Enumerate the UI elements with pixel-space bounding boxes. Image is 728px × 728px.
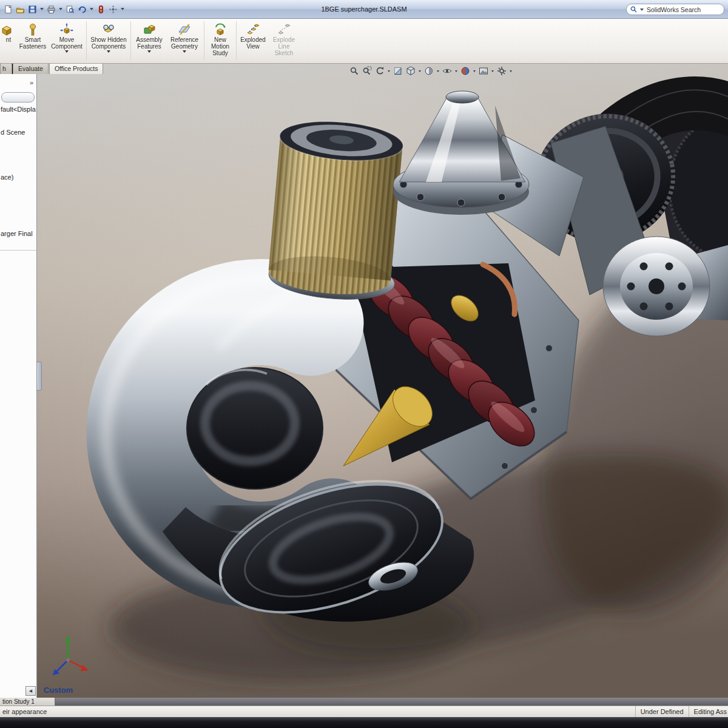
tree-item[interactable]: ace) — [1, 174, 13, 181]
dropdown-caret-icon[interactable] — [388, 70, 390, 72]
tree-item[interactable]: arger Final — [1, 230, 33, 237]
command-label: nt — [6, 36, 11, 43]
search-scope-caret-icon[interactable] — [640, 8, 644, 11]
graphics-viewport[interactable]: Custom — [36, 63, 728, 698]
command-label: Assembly Features — [133, 36, 166, 50]
new-document-icon[interactable] — [3, 4, 13, 15]
expand-chevron-icon[interactable]: » — [30, 79, 33, 86]
exploded-view-icon — [246, 21, 260, 36]
reference-geometry-icon — [178, 21, 191, 36]
explode-line-sketch-button: Explode Line Sketch — [268, 18, 300, 63]
toolbar-separator — [130, 21, 131, 60]
dropdown-caret-icon[interactable] — [437, 70, 439, 72]
solidworks-search-box[interactable]: SolidWorks Search — [626, 4, 724, 15]
collapse-panel-button[interactable]: ◀ — [25, 686, 36, 696]
view-orientation-icon[interactable] — [406, 66, 416, 76]
status-message: eir appearance — [0, 708, 47, 715]
command-label: Explode Line Sketch — [269, 36, 299, 56]
command-label: Show Hidden Components — [89, 36, 129, 50]
dropdown-caret-icon[interactable] — [65, 50, 69, 53]
motion-study-bar: tion Study 1 — [0, 698, 728, 706]
dropdown-caret-icon[interactable] — [510, 70, 512, 72]
print-preview-icon[interactable] — [65, 4, 75, 15]
new-motion-study-icon — [214, 21, 227, 36]
show-hidden-components-icon — [102, 21, 115, 36]
command-label: New Motion Study — [206, 36, 234, 56]
assembly-features-button[interactable]: Assembly Features — [132, 18, 166, 63]
quick-access-toolbar — [0, 4, 125, 15]
tree-filter-box[interactable] — [1, 92, 35, 103]
save-icon[interactable] — [27, 4, 38, 15]
constraint-state: Under Defined — [635, 706, 689, 717]
title-bar: 1BGE superchager.SLDASM SolidWorks Searc… — [0, 0, 728, 19]
zoom-to-fit-icon[interactable] — [349, 66, 359, 76]
print-icon[interactable] — [46, 4, 56, 15]
insert-component-icon — [5, 21, 12, 36]
insert-components-button[interactable]: nt — [0, 18, 17, 63]
rebuild-icon[interactable] — [96, 4, 106, 15]
assembly-features-icon — [143, 21, 156, 36]
edit-appearance-icon[interactable] — [460, 66, 470, 76]
tab-evaluate[interactable]: Evaluate — [13, 63, 49, 74]
editing-mode: Editing Ass — [689, 706, 728, 717]
tree-divider — [0, 250, 36, 251]
move-component-icon — [60, 21, 73, 36]
toolbar-separator — [86, 21, 87, 60]
dropdown-caret-icon[interactable] — [59, 8, 62, 10]
dropdown-caret-icon[interactable] — [473, 70, 476, 72]
feature-manager-panel: » fault<Displa d Scene ace) arger Final … — [0, 74, 37, 698]
status-right-group: Under Defined Editing Ass — [635, 706, 728, 717]
dropdown-caret-icon[interactable] — [40, 8, 44, 10]
show-hidden-components-button[interactable]: Show Hidden Components — [88, 18, 129, 63]
dropdown-caret-icon[interactable] — [455, 70, 457, 72]
dropdown-caret-icon[interactable] — [491, 70, 494, 72]
zoom-to-area-icon[interactable] — [362, 66, 372, 76]
previous-view-icon[interactable] — [375, 66, 385, 76]
open-icon[interactable] — [15, 4, 25, 15]
command-manager: nt Smart Fasteners Move Component Show H… — [0, 18, 728, 64]
orientation-triad[interactable] — [49, 635, 91, 679]
section-view-icon[interactable] — [393, 66, 403, 76]
taskbar-strip — [0, 717, 728, 728]
view-settings-icon[interactable] — [497, 66, 507, 76]
command-label: Reference Geometry — [167, 36, 202, 50]
reference-geometry-button[interactable]: Reference Geometry — [166, 18, 203, 63]
dropdown-caret-icon[interactable] — [147, 50, 151, 53]
explode-line-sketch-icon — [277, 21, 291, 36]
command-label: Move Component — [49, 36, 84, 50]
magnifier-icon — [630, 6, 637, 13]
toolbar-separator — [204, 21, 204, 60]
options-icon[interactable] — [108, 4, 118, 15]
undo-icon[interactable] — [77, 4, 87, 15]
motion-study-tab[interactable]: tion Study 1 — [0, 698, 55, 706]
command-label: Exploded View — [238, 36, 268, 50]
dropdown-caret-icon[interactable] — [419, 70, 421, 72]
display-style-icon[interactable] — [424, 66, 434, 76]
tab-sketch[interactable]: h — [0, 63, 12, 74]
move-component-button[interactable]: Move Component — [49, 18, 85, 63]
dropdown-caret-icon[interactable] — [107, 50, 110, 53]
heads-up-view-toolbar — [349, 66, 512, 76]
status-bar: eir appearance Under Defined Editing Ass — [0, 706, 728, 717]
tree-item[interactable]: d Scene — [1, 129, 25, 136]
tree-item[interactable]: fault<Displa — [1, 106, 36, 113]
air-filter[interactable] — [266, 117, 408, 304]
panel-splitter-handle[interactable] — [36, 362, 42, 391]
dropdown-caret-icon[interactable] — [90, 8, 93, 10]
toolbar-separator — [236, 21, 237, 60]
smart-fasteners-button[interactable]: Smart Fasteners — [17, 18, 49, 63]
command-label: Smart Fasteners — [18, 36, 48, 50]
apply-scene-icon[interactable] — [479, 66, 488, 76]
commandmanager-tab-bar: h Evaluate Office Products — [0, 63, 104, 74]
search-placeholder: SolidWorks Search — [647, 6, 701, 13]
smart-fasteners-icon — [26, 21, 39, 36]
view-orientation-label: Custom — [44, 686, 73, 695]
new-motion-study-button[interactable]: New Motion Study — [206, 18, 235, 63]
hide-show-items-icon[interactable] — [442, 66, 452, 76]
toolbar-options-caret-icon[interactable] — [121, 8, 124, 10]
3d-scene[interactable] — [36, 63, 728, 698]
exploded-view-button[interactable]: Exploded View — [238, 18, 268, 63]
tab-office-products[interactable]: Office Products — [49, 63, 104, 74]
dropdown-caret-icon[interactable] — [183, 50, 186, 53]
